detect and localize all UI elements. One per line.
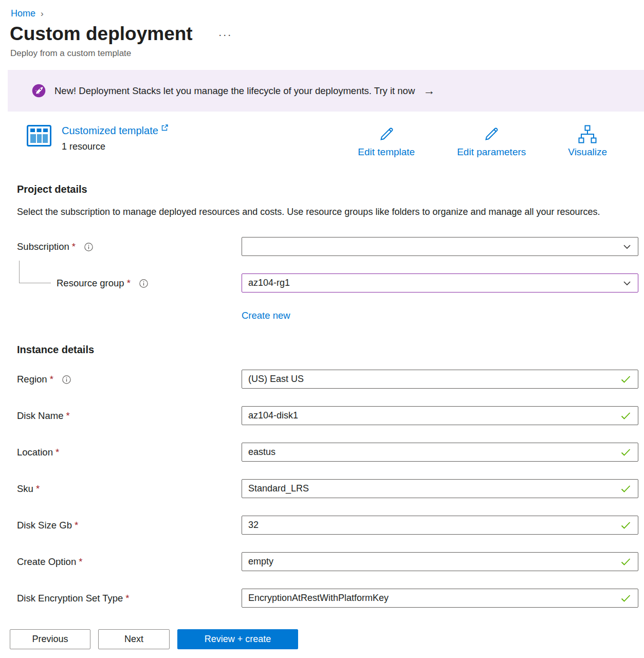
disk-size-gb-input[interactable] <box>242 516 638 535</box>
region-label-text: Region <box>17 374 47 385</box>
title-row: Custom deployment ··· <box>10 23 644 45</box>
field-row-create-option: Create Option* <box>17 552 638 571</box>
create-new-link[interactable]: Create new <box>242 310 290 321</box>
required-asterisk: * <box>50 374 53 385</box>
review-create-button[interactable]: Review + create <box>177 629 298 649</box>
location-input[interactable] <box>242 443 638 462</box>
project-details-heading: Project details <box>17 184 638 195</box>
disk-encryption-set-type-input[interactable] <box>242 589 638 608</box>
sku-label-text: Sku <box>17 483 33 494</box>
region-input[interactable] <box>242 370 638 389</box>
create-option-input-wrap <box>242 552 638 571</box>
visualize-icon <box>578 125 597 146</box>
visualize-label: Visualize <box>568 147 607 158</box>
location-input-wrap <box>242 443 638 462</box>
valid-check-icon <box>621 558 631 565</box>
arrow-right-icon: → <box>423 85 435 97</box>
template-row: Customized template 1 resource <box>27 125 607 158</box>
create-option-label: Create Option* <box>17 556 242 568</box>
field-row-disk-size-gb: Disk Size Gb* <box>17 516 638 535</box>
page-subtitle: Deploy from a custom template <box>10 48 644 59</box>
project-fields: Subscription* Resource group* <box>17 237 638 293</box>
subscription-label-text: Subscription <box>17 241 69 252</box>
valid-check-icon <box>621 521 631 529</box>
region-input-wrap <box>242 370 638 389</box>
valid-check-icon <box>621 594 631 602</box>
chevron-down-icon[interactable] <box>623 281 631 285</box>
field-row-region: Region* <box>17 370 638 389</box>
valid-check-icon <box>621 375 631 383</box>
valid-check-icon <box>621 485 631 492</box>
template-info: Customized template 1 resource <box>27 125 169 152</box>
template-text: Customized template 1 resource <box>62 125 169 152</box>
subscription-select[interactable] <box>242 237 638 256</box>
sku-input[interactable] <box>242 479 638 498</box>
deployment-stacks-banner[interactable]: New! Deployment Stacks let you manage th… <box>8 70 644 112</box>
chevron-down-icon[interactable] <box>623 244 631 249</box>
pencil-icon <box>377 125 396 146</box>
sku-label: Sku* <box>17 483 242 495</box>
subscription-select-wrap <box>242 237 638 256</box>
edit-template-label: Edit template <box>358 147 415 158</box>
edit-parameters-label: Edit parameters <box>457 147 526 158</box>
resource-group-label-text: Resource group <box>57 278 124 288</box>
edit-template-button[interactable]: Edit template <box>358 125 415 158</box>
required-asterisk: * <box>75 520 78 531</box>
required-asterisk: * <box>36 483 40 494</box>
project-details-description: Select the subscription to manage deploy… <box>17 204 604 220</box>
breadcrumb-home-link[interactable]: Home <box>11 8 35 19</box>
disk-name-input-wrap <box>242 406 638 425</box>
required-asterisk: * <box>72 241 76 252</box>
external-link-icon <box>161 124 169 132</box>
resource-group-select[interactable] <box>242 273 638 293</box>
required-asterisk: * <box>79 556 82 567</box>
field-row-resource-group: Resource group* <box>17 273 638 293</box>
info-icon[interactable] <box>84 243 93 251</box>
disk-encryption-set-type-input-wrap <box>242 589 638 608</box>
required-asterisk: * <box>56 447 59 458</box>
disk-encryption-set-type-label-text: Disk Encryption Set Type <box>17 593 123 604</box>
template-icon <box>27 125 51 149</box>
create-option-input[interactable] <box>242 552 638 571</box>
location-label-text: Location <box>17 447 53 458</box>
disk-size-gb-label-text: Disk Size Gb <box>17 520 72 531</box>
tree-connector-line <box>19 261 51 283</box>
disk-name-label-text: Disk Name <box>17 410 63 421</box>
region-label: Region* <box>17 374 242 385</box>
info-icon[interactable] <box>139 279 148 288</box>
page-title: Custom deployment <box>10 23 193 45</box>
previous-button[interactable]: Previous <box>10 629 90 649</box>
customized-template-link[interactable]: Customized template <box>62 125 169 137</box>
field-row-subscription: Subscription* <box>17 237 638 256</box>
disk-name-label: Disk Name* <box>17 410 242 422</box>
more-menu-button[interactable]: ··· <box>218 28 232 41</box>
instance-details-heading: Instance details <box>17 344 638 356</box>
instance-fields: Region* Disk Name* <box>17 370 638 608</box>
resource-group-select-wrap <box>242 273 638 293</box>
disk-encryption-set-type-label: Disk Encryption Set Type* <box>17 593 242 604</box>
disk-size-gb-label: Disk Size Gb* <box>17 520 242 531</box>
valid-check-icon <box>621 448 631 456</box>
disk-name-input[interactable] <box>242 406 638 425</box>
valid-check-icon <box>621 412 631 419</box>
visualize-button[interactable]: Visualize <box>568 125 607 158</box>
breadcrumb-chevron-icon: › <box>41 9 44 19</box>
required-asterisk: * <box>127 278 131 288</box>
field-row-disk-encryption-set-type: Disk Encryption Set Type* <box>17 589 638 608</box>
breadcrumb: Home › <box>0 0 644 19</box>
location-label: Location* <box>17 447 242 458</box>
custom-deployment-page: Home › Custom deployment ··· Deploy from… <box>0 0 644 658</box>
field-row-location: Location* <box>17 443 638 462</box>
field-row-sku: Sku* <box>17 479 638 498</box>
edit-parameters-button[interactable]: Edit parameters <box>457 125 526 158</box>
pencil-icon <box>482 125 501 146</box>
disk-size-gb-input-wrap <box>242 516 638 535</box>
banner-text: New! Deployment Stacks let you manage th… <box>54 85 415 97</box>
next-button[interactable]: Next <box>98 629 170 649</box>
info-icon[interactable] <box>62 375 71 384</box>
rocket-icon <box>32 84 46 98</box>
template-link-label: Customized template <box>62 125 158 137</box>
required-asterisk: * <box>66 410 69 421</box>
template-resource-count: 1 resource <box>62 141 169 152</box>
create-new-row: Create new <box>242 310 638 321</box>
